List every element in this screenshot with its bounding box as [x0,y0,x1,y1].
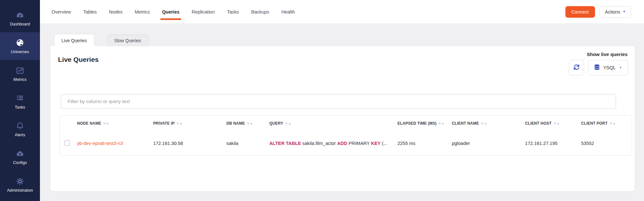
query-cell[interactable]: ALTER TABLE sakila.film_actor ADD PRIMAR… [267,131,395,156]
refresh-button[interactable] [569,60,584,75]
live-queries-panel: Live Queries Show live queries YSQL ▼ [50,46,635,191]
tab-live-queries[interactable]: Live Queries [55,34,94,46]
universe-nav-links: Overview Tables Nodes Metrics Queries Re… [45,0,301,24]
query-filter-input[interactable] [61,94,616,109]
sidebar-item-universes[interactable]: Universes [0,32,40,60]
sort-icon [610,123,615,124]
page-title: Live Queries [58,56,99,63]
sidebar-item-dashboard[interactable]: Dashboard [0,5,40,32]
api-type-dropdown[interactable]: YSQL ▼ [588,60,628,75]
sql-keyword: ADD [337,141,347,146]
list-icon [15,94,25,103]
nav-link-tasks[interactable]: Tasks [221,0,245,24]
sql-text: PRIMARY [347,141,371,146]
cloud-upload-icon [15,149,25,158]
refresh-icon [574,64,579,71]
sql-text: (... [380,141,387,146]
active-tab-underline [160,18,181,20]
sort-icon [103,123,109,124]
query-toolbar: Show live queries YSQL ▼ [569,52,628,75]
sidebar-item-tasks[interactable]: Tasks [0,88,40,115]
sql-text: sakila.film_actor [301,141,337,146]
client-name-cell: pgloader [449,131,522,156]
db-name-cell: sakila [224,131,267,156]
table-row[interactable]: yb-dev-epratt-test3-n3 172.161.30.58 sak… [60,131,632,156]
actions-dropdown-button[interactable]: Actions ▼ [600,6,631,18]
nav-link-backups[interactable]: Backups [245,0,275,24]
column-header-query[interactable]: QUERY [267,116,395,131]
column-header-db-name[interactable]: DB NAME [224,116,267,131]
nav-link-health[interactable]: Health [275,0,301,24]
node-name-link[interactable]: yb-dev-epratt-test3-n3 [77,141,123,146]
sidebar-item-label: Tasks [15,105,25,110]
column-header-elapsed-time[interactable]: ELAPSED TIME (MS) [395,116,449,131]
column-header-client-host[interactable]: CLIENT HOST [523,116,579,131]
sidebar-item-label: Metrics [14,77,27,82]
sidebar: Dashboard Universes Metrics Tasks Alerts… [0,0,40,201]
table-header-row: NODE NAME PRIVATE IP DB NAME QUERY ELAPS… [60,116,632,131]
sort-icon [285,123,291,124]
sidebar-item-label: Administration [7,188,33,193]
sort-icon [177,123,182,124]
sort-icon [438,123,444,124]
header-checkbox-cell [60,116,74,131]
top-navbar: Overview Tables Nodes Metrics Queries Re… [40,0,644,24]
actions-label: Actions [605,9,620,14]
bell-icon [15,121,25,130]
elapsed-time-cell: 2255 ms [395,131,449,156]
chevron-down-icon: ▼ [623,10,626,13]
sort-icon [481,123,487,124]
sidebar-item-label: Universes [11,50,29,54]
client-port-cell: 53552 [579,131,632,156]
column-header-client-name[interactable]: CLIENT NAME [449,116,522,131]
live-queries-table: NODE NAME PRIVATE IP DB NAME QUERY ELAPS… [59,115,632,156]
nav-link-nodes[interactable]: Nodes [103,0,129,24]
sidebar-item-alerts[interactable]: Alerts [0,115,40,143]
sidebar-item-metrics[interactable]: Metrics [0,60,40,88]
sidebar-item-label: Configs [13,160,27,165]
sidebar-item-label: Alerts [15,133,25,137]
column-header-node-name[interactable]: NODE NAME [74,116,150,131]
top-actions: Connect Actions ▼ [565,6,631,18]
sort-icon [553,123,559,124]
dashboard-gauge-icon [15,11,25,20]
nav-link-tables[interactable]: Tables [77,0,103,24]
nav-link-metrics[interactable]: Metrics [129,0,156,24]
nav-link-queries[interactable]: Queries [156,0,186,24]
sql-keyword: KEY [371,141,380,146]
sort-icon [247,123,253,124]
database-icon [594,64,600,71]
sidebar-item-administration[interactable]: Administration [0,171,40,198]
private-ip-cell: 172.161.30.58 [150,131,224,156]
sql-keyword: ALTER TABLE [269,141,301,146]
client-host-cell: 172.161.27.195 [523,131,579,156]
sidebar-item-label: Dashboard [10,22,30,26]
row-checkbox[interactable] [64,140,70,146]
column-header-private-ip[interactable]: PRIVATE IP [150,116,224,131]
column-header-client-port[interactable]: CLIENT PORT [579,116,632,131]
connect-button[interactable]: Connect [565,6,595,18]
api-type-value: YSQL [603,65,616,70]
nav-link-replication[interactable]: Replication [186,0,221,24]
globe-icon [15,38,25,47]
sidebar-item-configs[interactable]: Configs [0,143,40,171]
chevron-down-icon: ▼ [619,66,622,69]
gear-icon [15,177,25,186]
query-tabs: Live Queries Slow Queries [55,34,148,46]
tab-slow-queries[interactable]: Slow Queries [107,34,148,46]
nav-link-overview[interactable]: Overview [45,0,77,24]
main-content: Live Queries Slow Queries Live Queries S… [40,24,644,201]
chart-line-icon [15,66,25,75]
show-live-queries-label: Show live queries [569,52,628,57]
